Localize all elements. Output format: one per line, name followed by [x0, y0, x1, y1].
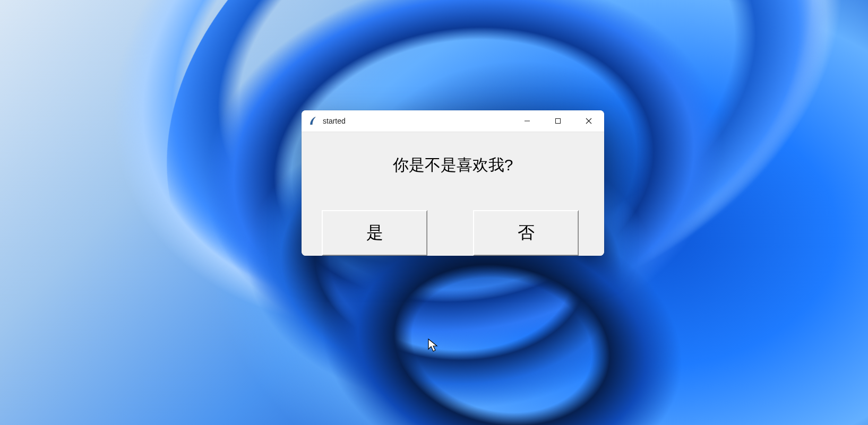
maximize-icon [555, 118, 561, 124]
titlebar[interactable]: started [302, 110, 604, 132]
no-button[interactable]: 否 [473, 210, 579, 256]
tkinter-window: started 你是不是喜欢我? 是 否 [302, 110, 604, 256]
yes-button[interactable]: 是 [322, 210, 427, 256]
tkinter-feather-icon [308, 116, 317, 126]
minimize-icon [524, 118, 530, 124]
window-title: started [323, 117, 346, 125]
close-icon [586, 118, 592, 124]
minimize-button[interactable] [512, 110, 543, 132]
question-label: 你是不是喜欢我? [302, 154, 604, 176]
svg-rect-1 [556, 119, 561, 124]
close-button[interactable] [573, 110, 604, 132]
button-row: 是 否 [302, 210, 604, 256]
maximize-button[interactable] [543, 110, 573, 132]
client-area: 你是不是喜欢我? 是 否 [302, 132, 604, 256]
